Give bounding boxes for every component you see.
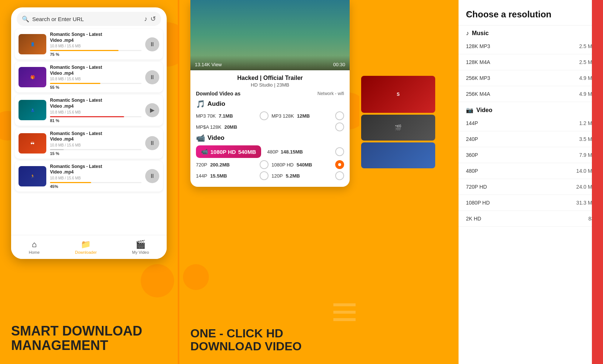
progress-wrap-0 [50,50,141,51]
progress-fill-1 [50,83,100,84]
panel-smart-download: 🔍 Search or Enter URL ♪ ↺ 👤 Romantic Son… [0,0,178,364]
highlight-label: 1080P HD [210,149,236,155]
res-480p[interactable]: 480P 14.0 MB [459,163,603,179]
nav-home[interactable]: ⌂ Home [29,240,40,255]
panel-one-click-hd: ▶ 13.14K View 00:30 Hacked | Official Tr… [178,0,359,364]
radio-120p[interactable] [335,171,344,180]
progress-fill-3 [50,149,64,150]
music-section-title: ♪ Music [459,26,603,38]
highlight-1080p[interactable]: 📹 1080P HD 540MB [196,145,261,158]
percent-4: 45% [50,184,141,189]
stripe-decoration [333,297,356,327]
audio-option-mp3-128k[interactable]: MP3 128K 12MB [271,113,332,119]
res-name-240p: 240P [466,136,478,142]
one-click-title-2: DOWNLOAD VIDEO [190,340,352,353]
video-label: Video [207,134,224,142]
480p-size: 148.15MB [281,149,303,155]
item-info-1: Romantic Songs - LatestVideo .mp4 10.8 M… [50,65,141,90]
radio-mp3-128k[interactable] [335,111,344,120]
video-res-label: Video [476,107,492,114]
audio-option-row-2: MP$A 128K 20MB [196,122,344,131]
music-icon[interactable]: ♪ [144,15,147,23]
music-label: Music [472,30,489,37]
res-360p[interactable]: 360P 7.9 MB [459,147,603,163]
video-option-120p[interactable]: 120P 5.2MB [271,173,332,179]
audio-section-title: 🎵 Audio [196,100,344,108]
radio-1080p-hd[interactable] [335,160,344,169]
video-cam-icon: 📹 [196,134,205,142]
item-title-1: Romantic Songs - LatestVideo .mp4 [50,65,141,76]
play-btn-2[interactable]: ▶ [145,103,159,117]
radio-144p[interactable] [260,171,269,180]
blob-deco-3 [141,264,174,297]
progress-fill-4 [50,182,91,183]
progress-wrap-4 [50,182,141,183]
preview-s: S [361,76,435,113]
video-option-144p[interactable]: 144P 15.5MB [196,173,257,179]
nav-myvideo-label: My Video [132,250,149,255]
item-title-4: Romantic Songs - LatestVideo .mp4 [50,164,141,175]
res-240p[interactable]: 240P 3.5 MB [459,131,603,147]
res-720p-hd[interactable]: 720P HD 24.0 MB [459,179,603,195]
video-title: Hacked | Official Trailer [196,75,344,81]
res-128k-mp3[interactable]: 128K MP3 2.5 MB [459,38,603,54]
video-option-1080p-hd[interactable]: 1080P HD 540MB [271,162,332,168]
back-button[interactable]: ‹ [462,7,475,20]
search-bar[interactable]: 🔍 Search or Enter URL ♪ ↺ [17,12,161,26]
search-input[interactable]: Search or Enter URL [32,16,141,22]
res-1080p-hd[interactable]: 1080P HD 31.3 MB [459,195,603,211]
radio-mp4a[interactable] [335,122,344,131]
res-2k-hd[interactable]: 2K HD 83. [459,211,603,227]
radio-480p[interactable] [335,147,344,156]
red-indicator-bar [592,0,603,364]
video-section-title: 📹 Video [196,134,344,142]
res-256k-m4a[interactable]: 256K M4A 4.9 MB [459,86,603,102]
myvideo-icon: 🎬 [136,240,146,249]
video-card: ▶ 13.14K View 00:30 Hacked | Official Tr… [190,0,350,187]
video-preview-area: S 🎬 [359,74,456,170]
thumbnail-1: 🎁 [19,67,46,87]
percent-2: 81 % [50,118,141,123]
percent-1: 55 % [50,85,141,90]
120p-label: 120P [271,173,283,179]
thumbnail-3: 🕶 [19,133,46,154]
percent-0: 75 % [50,52,141,57]
nav-myvideo[interactable]: 🎬 My Video [132,240,149,255]
video-option-row-2: 720P 200.2MB 1080P HD 540MB [196,160,344,169]
144p-label: 144P [196,173,207,179]
pause-btn-4[interactable]: ⏸ [145,169,159,183]
download-item-2: 👗 Romantic Songs - LatestVideo .mp4 10.8… [15,95,163,125]
res-128k-m4a[interactable]: 128K M4A 2.5 MB [459,54,603,70]
nav-downloader[interactable]: 📁 Downloader [75,240,97,255]
downloader-icon: 📁 [81,240,91,249]
audio-option-mp4a[interactable]: MP$A 128K 20MB [196,124,332,130]
pause-btn-3[interactable]: ⏸ [145,136,159,150]
item-size-4: 10.8 MB / 15.6 MB [50,176,141,180]
nav-downloader-label: Downloader [75,250,97,255]
preview-3 [361,142,435,168]
res-144p[interactable]: 144P 1.2 MB [459,115,603,131]
progress-wrap-3 [50,149,141,150]
pause-btn-0[interactable]: ⏸ [145,37,159,51]
mp3-128k-size: 12MB [297,113,310,119]
radio-mp3-70k[interactable] [260,111,269,120]
music-note-icon: ♪ [466,30,469,37]
audio-label: Audio [207,100,225,108]
item-size-2: 10.8 MB / 15.6 MB [50,110,141,114]
highlight-cam-icon: 📹 [201,148,208,155]
video-option-720p[interactable]: 720P 200.2MB [196,162,257,168]
res-256k-mp3[interactable]: 256K MP3 4.9 MB [459,70,603,86]
history-icon[interactable]: ↺ [150,15,156,23]
radio-720p[interactable] [260,160,269,169]
audio-option-mp3-70k[interactable]: MP3 70K 7.1MB [196,113,257,119]
720p-size: 200.2MB [210,162,230,168]
thumbnail-0: 👤 [19,34,46,54]
pause-btn-1[interactable]: ⏸ [145,70,159,84]
video-meta: HD Studio | 23MB [196,82,344,88]
resolution-title: Choose a resolution [459,0,603,26]
1080p-hd-size: 540MB [297,162,312,168]
progress-wrap-1 [50,83,141,84]
download-item-1: 🎁 Romantic Songs - LatestVideo .mp4 10.8… [15,62,163,92]
download-item-0: 👤 Romantic Songs - LatestVideo .mp4 10.8… [15,29,163,60]
video-views: 13.14K View [195,62,222,67]
